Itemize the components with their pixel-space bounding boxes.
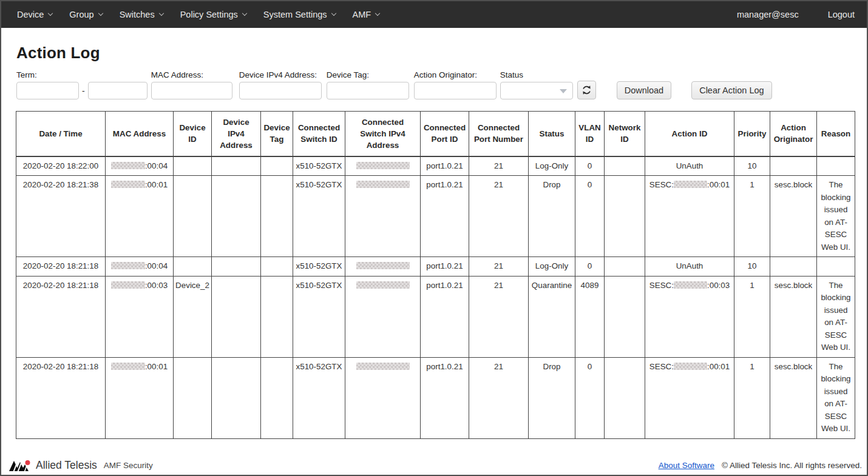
cell-switch-id: x510-52GTX [293,176,345,257]
nav-item-system-settings[interactable]: System Settings [263,10,336,19]
footer: Allied Telesis AMF Security About Softwa… [8,459,862,472]
col-header-mac-address: MAC Address [106,112,174,156]
chevron-down-icon [331,11,336,16]
cell-port-id: port1.0.21 [421,156,469,176]
refresh-icon [581,85,592,95]
cell-port-number: 21 [469,276,529,357]
cell-priority: 10 [734,156,770,176]
col-header-port-number: Connected Port Number [469,112,529,156]
tag-filter: Device Tag: [327,70,409,99]
top-nav: Device Group Switches Policy Settings Sy… [1,1,867,28]
cell-reason: The blocking issued on AT-SESC Web UI. [817,357,855,438]
col-header-action-id: Action ID [645,112,734,156]
redacted-value [111,262,145,269]
nav-item-label: Device [17,10,44,19]
device-tag-input[interactable] [327,82,409,99]
refresh-button[interactable] [577,81,596,99]
nav-item-policy-settings[interactable]: Policy Settings [180,10,246,19]
cell-mac-address: :00:04 [106,156,174,176]
nav-right: manager@sesc Logout [737,10,857,19]
cell-datetime: 2020-02-20 18:21:18 [16,276,106,357]
table-row: 2020-02-20 18:21:18:00:04x510-52GTXport1… [16,257,855,277]
brand: Allied Telesis AMF Security [8,459,153,472]
filter-bar: Term: - MAC Address: Device IPv4 Address… [16,70,867,99]
nav-item-label: Switches [120,10,155,19]
redacted-value [356,281,410,289]
nav-item-switches[interactable]: Switches [120,10,163,19]
cell-device-ipv4 [212,357,261,438]
cell-action-originator: sesc.block [770,357,817,438]
nav-item-label: Group [69,10,93,19]
allied-telesis-logo-icon [8,460,32,472]
cell-mac-address: :00:01 [106,176,174,257]
device-tag-label: Device Tag: [327,70,409,79]
footer-right: About Software © Allied Telesis Inc. All… [659,461,862,470]
cell-reason: The blocking issued on AT-SESC Web UI. [817,176,855,257]
select-arrow-icon [560,89,567,93]
cell-vlan-id: 0 [575,357,605,438]
redacted-value [111,363,145,370]
cell-device-tag [261,176,293,257]
cell-device-ipv4 [212,257,261,277]
cell-switch-ipv4 [345,176,421,257]
cell-switch-ipv4 [345,276,421,357]
ipv4-label: Device IPv4 Address: [239,70,322,79]
cell-switch-ipv4 [345,357,421,438]
clear-action-log-button[interactable]: Clear Action Log [691,81,771,99]
col-header-device-ipv4: Device IPv4 Address [212,112,261,156]
originator-filter: Action Originator: [414,70,497,99]
cell-port-id: port1.0.21 [421,176,469,257]
device-ipv4-input[interactable] [239,82,322,99]
term-to-input[interactable] [88,82,147,99]
cell-mac-address: :00:04 [106,257,174,277]
cell-port-number: 21 [469,357,529,438]
action-originator-input[interactable] [414,82,497,99]
download-button[interactable]: Download [617,81,672,99]
mac-address-input[interactable] [151,82,232,99]
cell-device-id [174,156,212,176]
cell-port-id: port1.0.21 [421,357,469,438]
nav-item-label: System Settings [263,10,327,19]
logout-link[interactable]: Logout [828,10,855,19]
cell-device-tag [261,276,293,357]
col-header-action-originator: Action Originator [770,112,817,156]
cell-device-ipv4 [212,276,261,357]
table-header: Date / TimeMAC AddressDevice IDDevice IP… [16,112,855,156]
nav-item-label: AMF [353,10,371,19]
term-from-input[interactable] [16,82,79,99]
cell-status: Log-Only [529,257,575,277]
col-header-network-id: Network ID [605,112,645,156]
redacted-value [356,262,410,269]
cell-mac-address: :00:03 [106,276,174,357]
table-row: 2020-02-20 18:22:00:00:04x510-52GTXport1… [16,156,855,176]
cell-port-number: 21 [469,176,529,257]
cell-datetime: 2020-02-20 18:22:00 [16,156,106,176]
redacted-value [111,181,145,188]
cell-switch-id: x510-52GTX [293,276,345,357]
nav-item-amf[interactable]: AMF [353,10,380,19]
cell-network-id [605,176,645,257]
cell-reason [817,156,855,176]
nav-item-group[interactable]: Group [69,10,102,19]
cell-device-id [174,257,212,277]
redacted-value [356,363,410,370]
cell-switch-id: x510-52GTX [293,156,345,176]
col-header-switch-ipv4: Connected Switch IPv4 Address [345,112,421,156]
cell-status: Log-Only [529,156,575,176]
product-name: AMF Security [104,461,153,470]
status-select[interactable] [500,82,573,99]
redacted-value [674,363,707,370]
brand-name: Allied Telesis [36,459,97,472]
about-software-link[interactable]: About Software [659,461,714,470]
status-filter: Status [500,70,573,99]
nav-item-device[interactable]: Device [17,10,52,19]
chevron-down-icon [98,11,103,16]
cell-reason [817,257,855,277]
cell-device-ipv4 [212,176,261,257]
cell-device-id: Device_2 [174,276,212,357]
cell-datetime: 2020-02-20 18:21:18 [16,357,106,438]
cell-port-number: 21 [469,156,529,176]
cell-network-id [605,357,645,438]
chevron-down-icon [48,11,53,16]
table-row: 2020-02-20 18:21:18:00:03Device_2x510-52… [16,276,855,357]
